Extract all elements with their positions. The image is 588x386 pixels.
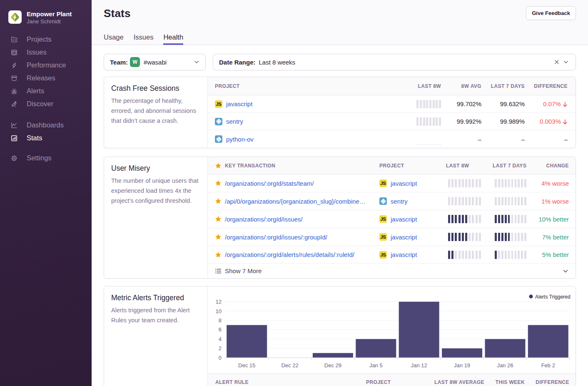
svg-text:Dec 15: Dec 15 [238,362,255,369]
svg-text:Feb 2: Feb 2 [541,362,555,369]
svg-text:0: 0 [219,355,222,361]
svg-text:6: 6 [219,326,222,333]
svg-text:10: 10 [216,308,222,314]
svg-text:4: 4 [219,336,222,342]
svg-text:Jan 5: Jan 5 [369,362,383,369]
svg-text:Jan 19: Jan 19 [454,362,470,369]
svg-text:Jan 26: Jan 26 [497,362,513,369]
svg-text:12: 12 [216,299,222,305]
svg-text:Dec 22: Dec 22 [281,362,298,369]
svg-text:2: 2 [219,345,222,351]
svg-text:8: 8 [219,317,222,324]
svg-text:Jan 12: Jan 12 [411,362,427,369]
svg-text:Dec 29: Dec 29 [324,362,341,369]
svg-text:Alerts Triggered: Alerts Triggered [535,294,571,300]
